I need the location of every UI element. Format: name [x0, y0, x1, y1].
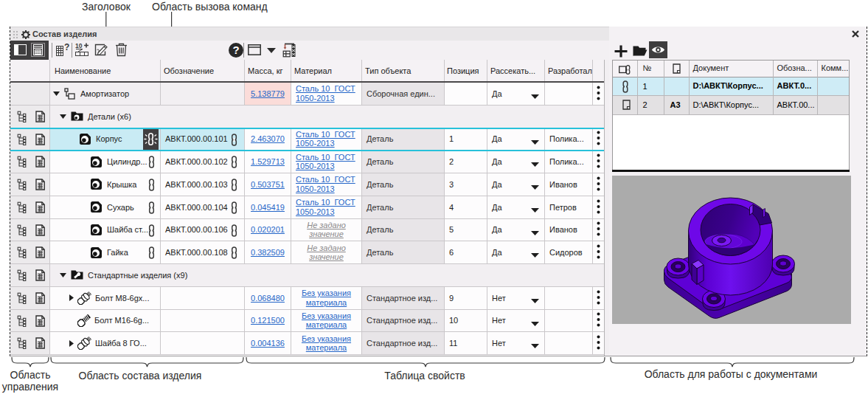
svg-text:10: 10 — [75, 43, 83, 49]
svg-text:?: ? — [64, 44, 69, 52]
svg-text:?: ? — [232, 44, 239, 56]
